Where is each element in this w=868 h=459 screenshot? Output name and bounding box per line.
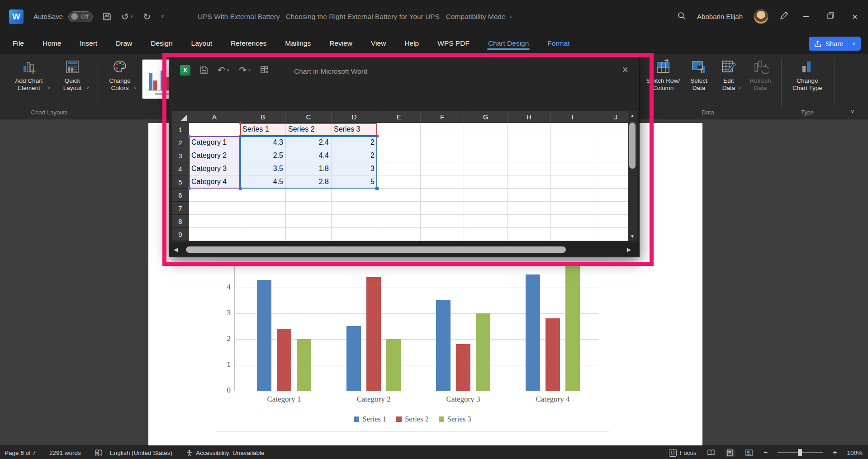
- column-header-E[interactable]: E: [377, 111, 421, 123]
- cell-A9[interactable]: [189, 228, 240, 241]
- web-layout-icon[interactable]: [745, 449, 754, 457]
- collapse-ribbon-chevron-icon[interactable]: ∨: [850, 108, 854, 114]
- cell-G9[interactable]: [464, 228, 508, 241]
- cell-G7[interactable]: [464, 202, 508, 215]
- zoom-knob[interactable]: [798, 449, 802, 456]
- minimize-button[interactable]: ─: [799, 12, 813, 21]
- column-header-F[interactable]: F: [421, 111, 464, 123]
- cell-A1[interactable]: [189, 123, 240, 136]
- menu-tab-review[interactable]: Review: [328, 34, 353, 52]
- hscroll-thumb[interactable]: [186, 246, 566, 253]
- cell-D2[interactable]: 2: [332, 136, 377, 149]
- cell-H1[interactable]: [508, 123, 551, 136]
- word-count[interactable]: 2291 words: [49, 450, 81, 456]
- cell-B3[interactable]: 2.5: [240, 149, 286, 162]
- bar-series-3-category-4[interactable]: [565, 262, 580, 391]
- column-header-C[interactable]: C: [286, 111, 332, 123]
- bar-series-2-category-1[interactable]: [277, 329, 291, 391]
- cell-E8[interactable]: [377, 215, 421, 228]
- cell-B6[interactable]: [240, 189, 286, 202]
- menu-tab-layout[interactable]: Layout: [190, 34, 213, 52]
- cell-D6[interactable]: [332, 189, 377, 202]
- cell-B5[interactable]: 4.5: [240, 175, 286, 189]
- menu-tab-insert[interactable]: Insert: [79, 34, 98, 52]
- close-button[interactable]: ×: [848, 11, 862, 22]
- bar-series-2-category-4[interactable]: [545, 318, 560, 391]
- select-data-button[interactable]: Select Data: [685, 57, 713, 103]
- cell-G2[interactable]: [464, 136, 508, 149]
- cell-F6[interactable]: [421, 189, 464, 202]
- menu-tab-mailings[interactable]: Mailings: [284, 34, 312, 52]
- cell-H7[interactable]: [508, 202, 551, 215]
- menu-tab-format[interactable]: Format: [546, 34, 570, 52]
- share-button[interactable]: Share ∨: [809, 37, 861, 51]
- zoom-level[interactable]: 100%: [847, 450, 863, 456]
- restore-button[interactable]: [824, 12, 837, 21]
- change-chart-type-button[interactable]: Change Chart Type: [786, 57, 829, 103]
- fill-handle[interactable]: [375, 187, 379, 190]
- cell-D8[interactable]: [332, 215, 377, 228]
- cell-E4[interactable]: [377, 162, 421, 175]
- cell-H2[interactable]: [508, 136, 551, 149]
- row-header-8[interactable]: 8: [172, 215, 189, 228]
- cell-J5[interactable]: [594, 175, 628, 189]
- cell-I3[interactable]: [551, 149, 594, 162]
- column-header-G[interactable]: G: [464, 111, 508, 123]
- popup-close-icon[interactable]: ×: [622, 64, 628, 76]
- cell-H3[interactable]: [508, 149, 551, 162]
- chart-object[interactable]: 01234Category 1Category 2Category 3Categ…: [216, 260, 609, 432]
- cell-F9[interactable]: [421, 228, 464, 241]
- zoom-out-button[interactable]: −: [764, 449, 768, 457]
- cell-H8[interactable]: [508, 215, 551, 228]
- cell-F8[interactable]: [421, 215, 464, 228]
- cell-B2[interactable]: 4.3: [240, 136, 286, 149]
- row-header-7[interactable]: 7: [172, 202, 189, 215]
- bar-series-1-category-1[interactable]: [257, 280, 271, 391]
- cell-I8[interactable]: [551, 215, 594, 228]
- cell-F7[interactable]: [421, 202, 464, 215]
- row-header-4[interactable]: 4: [172, 162, 189, 175]
- autosave-toggle[interactable]: Off: [68, 11, 93, 22]
- cell-J6[interactable]: [594, 189, 628, 202]
- cell-A2[interactable]: Category 1: [189, 136, 240, 149]
- column-header-H[interactable]: H: [508, 111, 551, 123]
- cell-E7[interactable]: [377, 202, 421, 215]
- cell-C6[interactable]: [286, 189, 332, 202]
- cell-E1[interactable]: [377, 123, 421, 136]
- cell-C1[interactable]: Series 2: [286, 123, 332, 136]
- cell-I5[interactable]: [551, 175, 594, 189]
- change-colors-button[interactable]: Change Colors∨: [100, 57, 139, 103]
- column-header-D[interactable]: D: [332, 111, 377, 123]
- bar-series-3-category-1[interactable]: [297, 339, 311, 391]
- menu-tab-file[interactable]: File: [12, 34, 25, 52]
- row-header-1[interactable]: 1: [172, 123, 189, 136]
- cell-I1[interactable]: [551, 123, 594, 136]
- cell-I7[interactable]: [551, 202, 594, 215]
- selection-handle[interactable]: [239, 135, 242, 137]
- selection-handle[interactable]: [239, 187, 242, 190]
- menu-tab-references[interactable]: References: [230, 34, 267, 52]
- edit-in-excel-icon[interactable]: [261, 66, 269, 74]
- cell-J9[interactable]: [594, 228, 628, 241]
- selection-handle[interactable]: [376, 135, 379, 137]
- language-indicator[interactable]: English (United States): [110, 450, 172, 456]
- cell-G4[interactable]: [464, 162, 508, 175]
- cell-J8[interactable]: [594, 215, 628, 228]
- cell-B9[interactable]: [240, 228, 286, 241]
- undo-icon[interactable]: ↺∨: [121, 12, 133, 21]
- cell-A5[interactable]: Category 4: [189, 175, 240, 189]
- cell-J1[interactable]: [594, 123, 628, 136]
- bar-series-3-category-3[interactable]: [476, 313, 490, 391]
- chevron-down-icon[interactable]: ∨: [509, 14, 512, 19]
- row-header-3[interactable]: 3: [172, 149, 189, 162]
- cell-D1[interactable]: Series 3: [332, 123, 377, 136]
- proofing-icon[interactable]: [95, 450, 103, 456]
- row-header-9[interactable]: 9: [172, 228, 189, 241]
- redo-icon[interactable]: ↻: [143, 12, 151, 21]
- horizontal-scrollbar[interactable]: ◀ ▶: [169, 243, 639, 256]
- cell-C9[interactable]: [286, 228, 332, 241]
- cell-I6[interactable]: [551, 189, 594, 202]
- cell-B7[interactable]: [240, 202, 286, 215]
- menu-tab-design[interactable]: Design: [150, 34, 173, 52]
- row-header-2[interactable]: 2: [172, 136, 189, 149]
